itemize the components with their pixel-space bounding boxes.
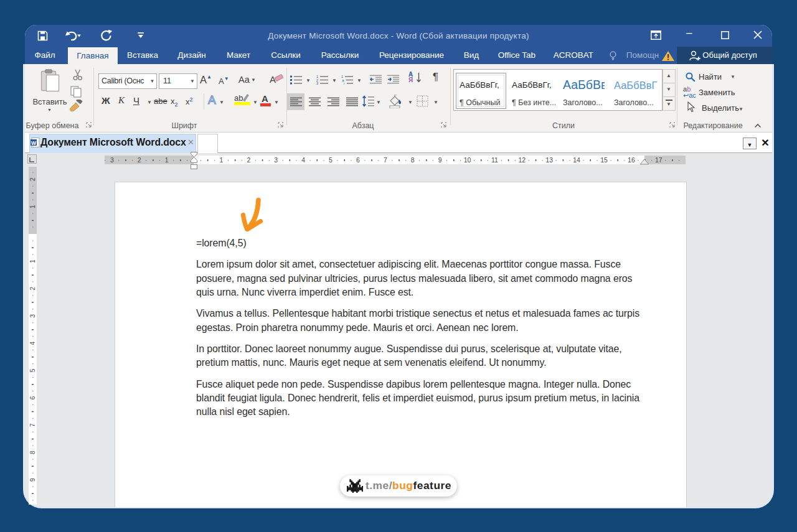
svg-text:12: 12 (518, 156, 526, 164)
svg-text:17: 17 (655, 156, 663, 164)
svg-text:4: 4 (301, 156, 305, 164)
svg-text:16: 16 (628, 156, 635, 164)
svg-text:2: 2 (138, 156, 141, 164)
svg-text:3: 3 (274, 156, 278, 164)
svg-text:8: 8 (411, 156, 415, 164)
svg-text:7: 7 (29, 423, 36, 427)
svg-text:W: W (31, 140, 37, 146)
svg-text:11: 11 (491, 156, 498, 164)
svg-text:3: 3 (316, 82, 318, 85)
svg-text:6: 6 (356, 156, 360, 164)
svg-text:13: 13 (545, 156, 553, 164)
svg-text:10: 10 (464, 156, 471, 164)
svg-text:1: 1 (29, 259, 36, 263)
svg-text:5: 5 (329, 156, 332, 164)
svg-text:1: 1 (165, 156, 169, 164)
svg-text:3: 3 (110, 156, 114, 164)
svg-text:3: 3 (29, 314, 36, 317)
svg-text:4: 4 (29, 341, 36, 345)
svg-text:7: 7 (384, 156, 387, 164)
svg-text:9: 9 (29, 478, 36, 482)
svg-text:2: 2 (29, 287, 36, 291)
svg-text:1: 1 (219, 156, 223, 164)
svg-text:i: i (344, 82, 344, 85)
svg-text:2: 2 (247, 156, 250, 164)
svg-text:9: 9 (438, 156, 442, 164)
svg-text:6: 6 (29, 396, 36, 399)
svg-text:14: 14 (573, 156, 580, 164)
svg-text:8: 8 (29, 450, 36, 454)
svg-text:1: 1 (29, 205, 36, 208)
svg-text:15: 15 (600, 156, 608, 164)
svg-text:5: 5 (29, 368, 36, 372)
svg-text:2: 2 (29, 177, 36, 181)
